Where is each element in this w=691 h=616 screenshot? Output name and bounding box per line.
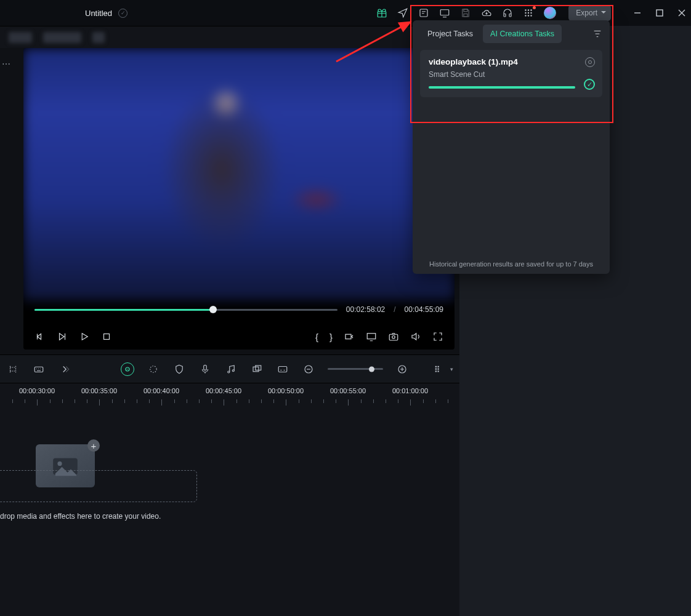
svg-rect-4 bbox=[464, 14, 467, 17]
tasks-icon[interactable] bbox=[418, 7, 429, 18]
ruler-label: 00:00:50:00 bbox=[268, 387, 304, 394]
drop-hint-text: drop media and effects here to create yo… bbox=[0, 512, 161, 521]
volume-icon[interactable] bbox=[410, 331, 421, 342]
time-separator: / bbox=[394, 305, 395, 314]
video-frame bbox=[23, 48, 455, 300]
ai-tools-icon[interactable] bbox=[121, 362, 134, 376]
window-minimize-icon[interactable] bbox=[633, 9, 642, 17]
zoom-slider[interactable] bbox=[328, 368, 383, 370]
fullscreen-icon[interactable] bbox=[432, 331, 443, 342]
svg-rect-1 bbox=[420, 9, 427, 17]
keyboard-icon[interactable] bbox=[32, 362, 46, 376]
edit-toolbar: ▾ bbox=[0, 354, 459, 383]
quality-monitor-icon[interactable] bbox=[366, 331, 377, 342]
play-icon[interactable] bbox=[79, 331, 90, 342]
task-card[interactable]: videoplayback (1).mp4 Smart Scene Cut ✓ bbox=[420, 50, 602, 97]
task-progress bbox=[429, 86, 575, 89]
blurred-tab bbox=[9, 32, 32, 43]
svg-point-10 bbox=[525, 12, 527, 14]
locate-icon[interactable] bbox=[585, 57, 595, 67]
tab-ai-creations-tasks[interactable]: AI Creations Tasks bbox=[483, 25, 562, 43]
tab-project-tasks[interactable]: Project Tasks bbox=[420, 25, 480, 43]
bracket-close-icon[interactable]: } bbox=[329, 332, 333, 342]
task-complete-icon: ✓ bbox=[584, 79, 595, 90]
music-note-icon[interactable] bbox=[224, 362, 238, 376]
video-preview: 00:02:58:02 / 00:04:55:09 { } bbox=[23, 48, 455, 350]
current-time: 00:02:58:02 bbox=[346, 305, 385, 314]
svg-rect-3 bbox=[464, 9, 467, 12]
zoom-out-icon[interactable] bbox=[302, 362, 315, 376]
window-maximize-icon[interactable] bbox=[655, 9, 664, 17]
window-close-icon[interactable] bbox=[677, 9, 686, 17]
task-subtitle: Smart Scene Cut bbox=[429, 70, 575, 79]
svg-point-15 bbox=[531, 15, 532, 16]
play-step-icon[interactable] bbox=[57, 331, 68, 342]
svg-rect-39 bbox=[438, 370, 439, 372]
microphone-icon[interactable] bbox=[198, 362, 212, 376]
tasks-popup: Project Tasks AI Creations Tasks videopl… bbox=[413, 20, 610, 274]
filter-icon[interactable] bbox=[592, 29, 602, 39]
ruler-label: 00:00:40:00 bbox=[143, 387, 179, 394]
svg-point-12 bbox=[531, 12, 532, 14]
svg-point-13 bbox=[525, 15, 527, 16]
playback-scrubber[interactable] bbox=[34, 309, 337, 311]
shield-icon[interactable] bbox=[172, 362, 186, 376]
trim-region-icon[interactable] bbox=[6, 362, 20, 376]
svg-rect-26 bbox=[204, 365, 207, 370]
total-time: 00:04:55:09 bbox=[405, 305, 443, 314]
svg-rect-17 bbox=[104, 334, 110, 340]
svg-point-7 bbox=[525, 9, 527, 10]
expand-icon[interactable] bbox=[58, 362, 71, 376]
svg-rect-6 bbox=[509, 14, 511, 17]
svg-rect-20 bbox=[389, 334, 398, 340]
aspect-ratio-icon[interactable] bbox=[344, 331, 355, 342]
export-label: Export bbox=[576, 9, 597, 17]
left-handle-icon[interactable]: ⋯ bbox=[0, 49, 11, 79]
timeline-tracks[interactable]: + drop media and effects here to create … bbox=[0, 409, 459, 616]
step-back-icon[interactable] bbox=[34, 331, 46, 342]
svg-rect-16 bbox=[657, 10, 663, 16]
project-title: Untitled bbox=[85, 9, 112, 18]
apps-grid-icon[interactable] bbox=[523, 7, 534, 18]
add-media-icon[interactable]: + bbox=[87, 439, 100, 452]
snapshot-icon[interactable] bbox=[388, 331, 399, 342]
timeline-dropzone[interactable] bbox=[0, 470, 197, 502]
svg-rect-38 bbox=[435, 370, 437, 372]
ruler-label: 00:00:30:00 bbox=[19, 387, 55, 394]
effects-ring-icon[interactable] bbox=[147, 362, 160, 376]
svg-rect-35 bbox=[438, 366, 439, 367]
save-icon[interactable] bbox=[460, 7, 471, 18]
secondary-tabstrip bbox=[0, 26, 459, 48]
svg-rect-19 bbox=[367, 334, 376, 339]
svg-rect-18 bbox=[346, 334, 351, 339]
caption-icon[interactable] bbox=[276, 362, 289, 376]
display-icon[interactable] bbox=[439, 7, 450, 18]
ruler-label: 00:00:45:00 bbox=[206, 387, 241, 394]
svg-point-28 bbox=[232, 369, 234, 371]
cloud-icon[interactable] bbox=[481, 7, 492, 18]
svg-rect-5 bbox=[504, 14, 506, 17]
svg-rect-37 bbox=[438, 368, 439, 369]
overlay-icon[interactable] bbox=[250, 362, 264, 376]
headphones-icon[interactable] bbox=[502, 7, 513, 18]
stop-icon[interactable] bbox=[101, 331, 112, 342]
svg-point-14 bbox=[528, 15, 529, 16]
user-avatar[interactable] bbox=[544, 7, 556, 19]
task-filename: videoplayback (1).mp4 bbox=[429, 57, 575, 66]
send-icon[interactable] bbox=[397, 7, 408, 18]
ruler-label: 00:00:55:00 bbox=[330, 387, 366, 394]
track-list-icon[interactable] bbox=[432, 362, 445, 376]
zoom-in-icon[interactable] bbox=[395, 362, 409, 376]
bracket-open-icon[interactable]: { bbox=[315, 332, 318, 342]
export-button[interactable]: Export bbox=[568, 5, 611, 21]
sync-status-icon: ✓ bbox=[118, 9, 127, 18]
svg-point-9 bbox=[531, 9, 532, 10]
timeline-ruler[interactable]: 00:00:30:0000:00:35:0000:00:40:0000:00:4… bbox=[0, 383, 459, 409]
track-list-chevron-icon[interactable]: ▾ bbox=[450, 366, 453, 372]
svg-rect-2 bbox=[441, 10, 450, 15]
gift-icon[interactable] bbox=[376, 7, 387, 18]
svg-point-8 bbox=[528, 9, 529, 10]
svg-point-41 bbox=[57, 462, 62, 466]
ruler-label: 00:00:35:00 bbox=[81, 387, 117, 394]
svg-point-27 bbox=[228, 371, 230, 373]
